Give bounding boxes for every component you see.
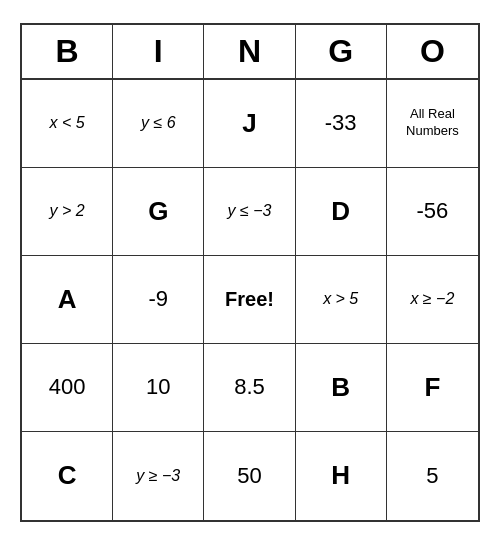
bingo-cell-15: 400 [22,344,113,432]
bingo-cell-0: x < 5 [22,80,113,168]
bingo-cell-3: -33 [296,80,387,168]
bingo-cell-18: B [296,344,387,432]
bingo-cell-17: 8.5 [204,344,295,432]
bingo-cell-16: 10 [113,344,204,432]
header-o: O [387,25,478,78]
bingo-cell-19: F [387,344,478,432]
bingo-cell-2: J [204,80,295,168]
bingo-cell-20: C [22,432,113,520]
bingo-cell-24: 5 [387,432,478,520]
bingo-cell-8: D [296,168,387,256]
bingo-cell-22: 50 [204,432,295,520]
bingo-cell-11: -9 [113,256,204,344]
bingo-cell-21: y ≥ −3 [113,432,204,520]
bingo-cell-12: Free! [204,256,295,344]
bingo-cell-4: All Real Numbers [387,80,478,168]
bingo-cell-23: H [296,432,387,520]
header-b: B [22,25,113,78]
header-n: N [204,25,295,78]
bingo-card: B I N G O x < 5y ≤ 6J-33All Real Numbers… [20,23,480,522]
header-i: I [113,25,204,78]
bingo-cell-9: -56 [387,168,478,256]
bingo-cell-14: x ≥ −2 [387,256,478,344]
bingo-header: B I N G O [22,25,478,80]
bingo-cell-7: y ≤ −3 [204,168,295,256]
bingo-cell-10: A [22,256,113,344]
bingo-cell-1: y ≤ 6 [113,80,204,168]
bingo-grid: x < 5y ≤ 6J-33All Real Numbersy > 2Gy ≤ … [22,80,478,520]
bingo-cell-5: y > 2 [22,168,113,256]
header-g: G [296,25,387,78]
bingo-cell-13: x > 5 [296,256,387,344]
bingo-cell-6: G [113,168,204,256]
